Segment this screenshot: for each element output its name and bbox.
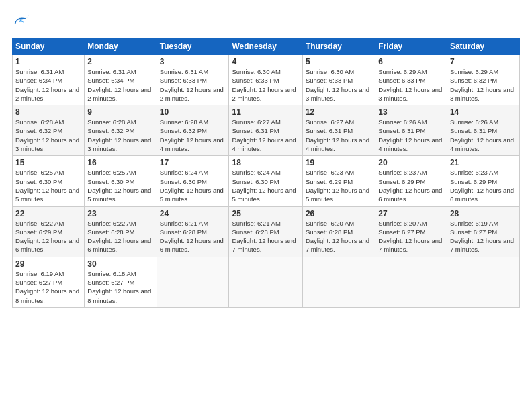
day-number: 21 <box>450 158 517 167</box>
calendar-cell: 21 Sunrise: 6:23 AM Sunset: 6:29 PM Dayl… <box>447 156 519 206</box>
calendar-cell <box>302 257 375 307</box>
calendar-cell: 2 Sunrise: 6:31 AM Sunset: 6:34 PM Dayli… <box>85 55 157 105</box>
calendar-cell: 15 Sunrise: 6:25 AM Sunset: 6:30 PM Dayl… <box>13 156 85 206</box>
day-number: 24 <box>160 209 226 218</box>
calendar-cell: 11 Sunrise: 6:27 AM Sunset: 6:31 PM Dayl… <box>229 105 302 156</box>
weekday-header: Monday <box>85 38 157 55</box>
logo-icon <box>12 12 31 31</box>
weekday-header: Sunday <box>13 38 85 55</box>
header <box>12 12 520 31</box>
calendar-cell: 12 Sunrise: 6:27 AM Sunset: 6:31 PM Dayl… <box>302 105 375 156</box>
day-number: 10 <box>160 107 226 117</box>
calendar-week-row: 22 Sunrise: 6:22 AM Sunset: 6:29 PM Dayl… <box>13 206 520 257</box>
calendar-cell <box>375 257 447 307</box>
calendar-cell: 14 Sunrise: 6:26 AM Sunset: 6:31 PM Dayl… <box>447 105 519 156</box>
day-number: 15 <box>15 158 81 167</box>
day-info: Sunrise: 6:31 AM Sunset: 6:34 PM Dayligh… <box>87 67 153 103</box>
day-number: 20 <box>378 158 444 167</box>
day-info: Sunrise: 6:28 AM Sunset: 6:32 PM Dayligh… <box>160 118 226 153</box>
weekday-header: Saturday <box>447 38 519 55</box>
day-info: Sunrise: 6:25 AM Sunset: 6:30 PM Dayligh… <box>87 168 153 203</box>
day-info: Sunrise: 6:27 AM Sunset: 6:31 PM Dayligh… <box>232 118 299 153</box>
calendar-cell <box>447 257 519 307</box>
day-info: Sunrise: 6:28 AM Sunset: 6:32 PM Dayligh… <box>15 118 81 153</box>
calendar-cell: 8 Sunrise: 6:28 AM Sunset: 6:32 PM Dayli… <box>13 105 85 156</box>
day-number: 7 <box>450 57 517 66</box>
calendar-cell: 17 Sunrise: 6:24 AM Sunset: 6:30 PM Dayl… <box>157 156 229 206</box>
calendar-cell: 1 Sunrise: 6:31 AM Sunset: 6:34 PM Dayli… <box>13 55 85 105</box>
day-number: 2 <box>87 57 153 66</box>
day-number: 11 <box>232 107 299 117</box>
calendar-cell: 24 Sunrise: 6:21 AM Sunset: 6:28 PM Dayl… <box>157 206 229 257</box>
day-info: Sunrise: 6:30 AM Sunset: 6:33 PM Dayligh… <box>306 67 372 103</box>
calendar-cell: 6 Sunrise: 6:29 AM Sunset: 6:33 PM Dayli… <box>375 55 447 105</box>
day-info: Sunrise: 6:19 AM Sunset: 6:27 PM Dayligh… <box>15 269 81 305</box>
day-info: Sunrise: 6:25 AM Sunset: 6:30 PM Dayligh… <box>15 168 81 203</box>
calendar-cell: 18 Sunrise: 6:24 AM Sunset: 6:30 PM Dayl… <box>229 156 302 206</box>
day-number: 16 <box>87 158 153 167</box>
calendar-table: SundayMondayTuesdayWednesdayThursdayFrid… <box>12 38 520 308</box>
day-number: 9 <box>87 107 153 117</box>
calendar-week-row: 1 Sunrise: 6:31 AM Sunset: 6:34 PM Dayli… <box>13 55 520 105</box>
day-info: Sunrise: 6:20 AM Sunset: 6:28 PM Dayligh… <box>306 219 372 255</box>
calendar-cell: 5 Sunrise: 6:30 AM Sunset: 6:33 PM Dayli… <box>302 55 375 105</box>
day-number: 23 <box>87 209 153 218</box>
calendar-cell: 23 Sunrise: 6:22 AM Sunset: 6:28 PM Dayl… <box>85 206 157 257</box>
day-info: Sunrise: 6:31 AM Sunset: 6:33 PM Dayligh… <box>160 67 226 103</box>
calendar-cell: 16 Sunrise: 6:25 AM Sunset: 6:30 PM Dayl… <box>85 156 157 206</box>
day-info: Sunrise: 6:29 AM Sunset: 6:32 PM Dayligh… <box>450 67 517 103</box>
weekday-header: Friday <box>375 38 447 55</box>
day-number: 30 <box>87 259 153 269</box>
day-number: 25 <box>232 209 299 218</box>
weekday-header: Thursday <box>302 38 375 55</box>
day-info: Sunrise: 6:29 AM Sunset: 6:33 PM Dayligh… <box>378 67 444 103</box>
weekday-header: Tuesday <box>157 38 229 55</box>
day-info: Sunrise: 6:28 AM Sunset: 6:32 PM Dayligh… <box>87 118 153 153</box>
calendar-cell: 10 Sunrise: 6:28 AM Sunset: 6:32 PM Dayl… <box>157 105 229 156</box>
day-number: 19 <box>306 158 372 167</box>
calendar-cell: 27 Sunrise: 6:20 AM Sunset: 6:27 PM Dayl… <box>375 206 447 257</box>
day-number: 28 <box>450 209 517 218</box>
day-number: 14 <box>450 107 517 117</box>
day-info: Sunrise: 6:22 AM Sunset: 6:28 PM Dayligh… <box>87 219 153 255</box>
calendar-cell: 25 Sunrise: 6:21 AM Sunset: 6:28 PM Dayl… <box>229 206 302 257</box>
day-number: 18 <box>232 158 299 167</box>
calendar-cell: 3 Sunrise: 6:31 AM Sunset: 6:33 PM Dayli… <box>157 55 229 105</box>
calendar-cell <box>229 257 302 307</box>
day-number: 29 <box>15 259 81 269</box>
calendar-cell: 19 Sunrise: 6:23 AM Sunset: 6:29 PM Dayl… <box>302 156 375 206</box>
calendar-cell <box>157 257 229 307</box>
day-number: 26 <box>306 209 372 218</box>
day-number: 13 <box>378 107 444 117</box>
calendar-cell: 7 Sunrise: 6:29 AM Sunset: 6:32 PM Dayli… <box>447 55 519 105</box>
calendar-week-row: 29 Sunrise: 6:19 AM Sunset: 6:27 PM Dayl… <box>13 257 520 307</box>
day-number: 8 <box>15 107 81 117</box>
day-info: Sunrise: 6:31 AM Sunset: 6:34 PM Dayligh… <box>15 67 81 103</box>
day-info: Sunrise: 6:23 AM Sunset: 6:29 PM Dayligh… <box>306 168 372 203</box>
calendar-week-row: 15 Sunrise: 6:25 AM Sunset: 6:30 PM Dayl… <box>13 156 520 206</box>
day-info: Sunrise: 6:24 AM Sunset: 6:30 PM Dayligh… <box>232 168 299 203</box>
weekday-header: Wednesday <box>229 38 302 55</box>
day-info: Sunrise: 6:26 AM Sunset: 6:31 PM Dayligh… <box>378 118 444 153</box>
day-info: Sunrise: 6:22 AM Sunset: 6:29 PM Dayligh… <box>15 219 81 255</box>
day-number: 6 <box>378 57 444 66</box>
calendar-cell: 30 Sunrise: 6:18 AM Sunset: 6:27 PM Dayl… <box>85 257 157 307</box>
calendar-header-row: SundayMondayTuesdayWednesdayThursdayFrid… <box>13 38 520 55</box>
day-info: Sunrise: 6:21 AM Sunset: 6:28 PM Dayligh… <box>232 219 299 255</box>
day-info: Sunrise: 6:18 AM Sunset: 6:27 PM Dayligh… <box>87 269 153 305</box>
day-info: Sunrise: 6:20 AM Sunset: 6:27 PM Dayligh… <box>378 219 444 255</box>
day-info: Sunrise: 6:23 AM Sunset: 6:29 PM Dayligh… <box>450 168 517 203</box>
calendar-cell: 9 Sunrise: 6:28 AM Sunset: 6:32 PM Dayli… <box>85 105 157 156</box>
day-info: Sunrise: 6:24 AM Sunset: 6:30 PM Dayligh… <box>160 168 226 203</box>
day-number: 12 <box>306 107 372 117</box>
calendar-week-row: 8 Sunrise: 6:28 AM Sunset: 6:32 PM Dayli… <box>13 105 520 156</box>
day-number: 1 <box>15 57 81 66</box>
day-info: Sunrise: 6:21 AM Sunset: 6:28 PM Dayligh… <box>160 219 226 255</box>
day-number: 17 <box>160 158 226 167</box>
day-number: 3 <box>160 57 226 66</box>
calendar-cell: 13 Sunrise: 6:26 AM Sunset: 6:31 PM Dayl… <box>375 105 447 156</box>
calendar-cell: 4 Sunrise: 6:30 AM Sunset: 6:33 PM Dayli… <box>229 55 302 105</box>
day-number: 5 <box>306 57 372 66</box>
day-info: Sunrise: 6:27 AM Sunset: 6:31 PM Dayligh… <box>306 118 372 153</box>
logo <box>12 12 34 31</box>
